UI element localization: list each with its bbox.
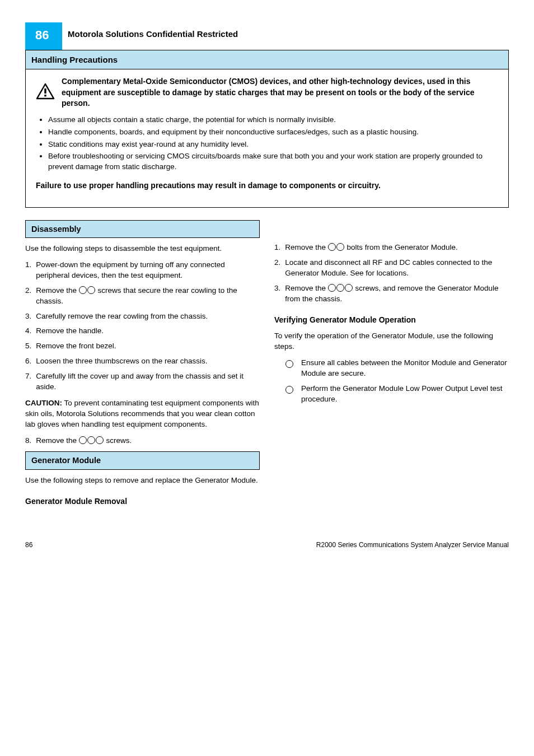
- bullet-circle-icon: [285, 386, 293, 394]
- bullet-circle-icon: [285, 360, 293, 368]
- warning-note: Failure to use proper handling precautio…: [36, 180, 498, 192]
- generator-verify-title: Verifying Generator Module Operation: [274, 315, 509, 326]
- generator-removal-step: 2. Locate and disconnect all RF and DC c…: [274, 258, 509, 279]
- step-text: Carefully remove the rear cowling from t…: [36, 311, 208, 322]
- blank-circle-icon: [87, 286, 95, 294]
- step-text: Remove the handle.: [36, 326, 104, 337]
- caution-text: CAUTION: To prevent contaminating test e…: [25, 398, 260, 430]
- step-number: 3.: [25, 311, 31, 322]
- warning-bullet: Handle components, boards, and equipment…: [48, 127, 498, 138]
- right-column: . 1. Remove the bolts from the Generator…: [274, 220, 509, 507]
- step-number: 6.: [25, 356, 31, 367]
- disassembly-step: 7. Carefully lift the cover up and away …: [25, 371, 260, 393]
- step-text: Remove the bolts from the Generator Modu…: [285, 242, 457, 253]
- step-number: 5.: [25, 341, 31, 352]
- svg-rect-1: [44, 88, 46, 94]
- footer-page-number: 86: [25, 540, 32, 550]
- generator-removal-step: 1. Remove the bolts from the Generator M…: [274, 242, 509, 253]
- blank-circle-icon: [79, 286, 87, 294]
- disassembly-step: 1. Power-down the equipment by turning o…: [25, 260, 260, 281]
- disassembly-intro: Use the following steps to disassemble t…: [25, 244, 260, 254]
- generator-module-title: Generator Module: [25, 451, 260, 469]
- step-text: Power-down the equipment by turning off …: [36, 260, 260, 281]
- step-text: Remove the front bezel.: [36, 341, 116, 352]
- step-number: 1.: [25, 260, 31, 281]
- warning-head-text: Complementary Metal-Oxide Semiconductor …: [62, 76, 498, 109]
- warning-bullet-list: Assume all objects contain a static char…: [36, 115, 498, 172]
- blank-circle-icon: [96, 436, 104, 444]
- page-header-title: Motorola Solutions Confidential Restrict…: [68, 28, 509, 40]
- step-text: Carefully lift the cover up and away fro…: [36, 371, 260, 393]
- warning-bullet: Assume all objects contain a static char…: [48, 115, 498, 125]
- disassembly-step: 5. Remove the front bezel.: [25, 341, 260, 352]
- warning-bullet: Static conditions may exist year-round a…: [48, 139, 498, 150]
- step-text: Locate and disconnect all RF and DC cabl…: [285, 258, 509, 279]
- left-column: Disassembly Use the following steps to d…: [25, 220, 260, 507]
- handling-precautions-title: Handling Precautions: [26, 50, 508, 69]
- handling-precautions-box: Handling Precautions Complementary Metal…: [25, 50, 509, 208]
- blank-circle-icon: [336, 284, 344, 292]
- disassembly-step: 3. Carefully remove the rear cowling fro…: [25, 311, 260, 322]
- blank-circle-icon: [79, 436, 87, 444]
- page-footer: 86 R2000 Series Communications System An…: [25, 540, 509, 550]
- step-text: Loosen the three thumbscrews on the rear…: [36, 356, 207, 367]
- step-number: 2.: [25, 286, 31, 307]
- svg-rect-2: [44, 95, 46, 96]
- step-text: Remove the screws, and remove the Genera…: [285, 283, 509, 305]
- step-number: 3.: [274, 283, 280, 305]
- step-number: 8.: [25, 436, 31, 446]
- disassembly-step: 2. Remove the screws that secure the rea…: [25, 286, 260, 307]
- blank-circle-icon: [328, 243, 336, 251]
- blank-circle-icon: [345, 284, 353, 292]
- disassembly-step: 6. Loosen the three thumbscrews on the r…: [25, 356, 260, 367]
- warning-bullet: Before troubleshooting or servicing CMOS…: [48, 151, 498, 172]
- generator-verify-intro: To verify the operation of the Generator…: [274, 331, 509, 352]
- step-text: Remove the screws.: [36, 436, 132, 446]
- generator-removal-step: 3. Remove the screws, and remove the Gen…: [274, 283, 509, 305]
- disassembly-title: Disassembly: [25, 220, 260, 238]
- disassembly-step: 8. Remove the screws.: [25, 436, 260, 446]
- blank-circle-icon: [328, 284, 336, 292]
- verify-text: Perform the Generator Module Low Power O…: [301, 384, 509, 405]
- step-number: 7.: [25, 371, 31, 393]
- blank-circle-icon: [87, 436, 95, 444]
- blank-circle-icon: [336, 243, 344, 251]
- step-number: 2.: [274, 258, 280, 279]
- step-number: 4.: [25, 326, 31, 337]
- step-number: 1.: [274, 242, 280, 253]
- generator-removal-title: Generator Module Removal: [25, 496, 260, 507]
- step-text: Remove the screws that secure the rear c…: [36, 286, 260, 307]
- disassembly-step: 4. Remove the handle.: [25, 326, 260, 337]
- verify-bullet: Ensure all cables between the Monitor Mo…: [285, 358, 509, 379]
- generator-intro: Use the following steps to remove and re…: [25, 475, 260, 486]
- page-number-badge: 86: [25, 22, 62, 50]
- verify-bullet: Perform the Generator Module Low Power O…: [285, 384, 509, 405]
- verify-text: Ensure all cables between the Monitor Mo…: [301, 358, 509, 379]
- warning-triangle-icon: [36, 83, 55, 103]
- footer-doc-title: R2000 Series Communications System Analy…: [316, 540, 509, 550]
